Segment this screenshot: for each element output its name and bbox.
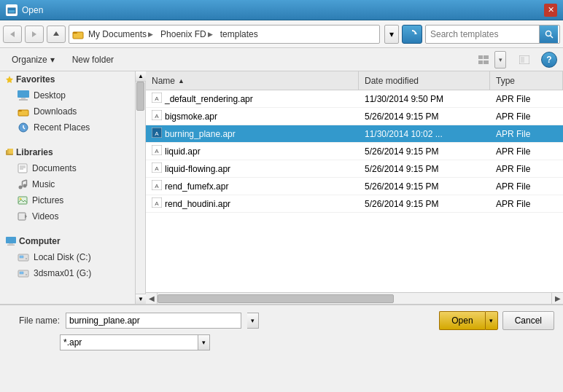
svg-rect-15 — [521, 57, 524, 63]
svg-text:A: A — [155, 95, 159, 102]
sidebar-group-libraries[interactable]: Libraries — [0, 144, 135, 160]
up-button[interactable] — [47, 26, 66, 43]
view-dropdown[interactable]: ▾ — [494, 51, 506, 68]
h-scroll-right[interactable]: ▶ — [551, 293, 563, 305]
sidebar-group-computer[interactable]: Computer — [0, 233, 135, 249]
search-input[interactable] — [426, 26, 539, 43]
organize-button[interactable]: Organize ▾ — [6, 51, 61, 68]
file-name-dropdown[interactable]: ▾ — [247, 313, 259, 329]
address-templates[interactable]: templates — [217, 28, 261, 41]
window-title: Open — [22, 5, 43, 15]
svg-rect-13 — [484, 60, 489, 64]
svg-rect-39 — [6, 237, 16, 243]
svg-point-47 — [26, 274, 27, 275]
file-name-cell: A bigsmoke.apr — [146, 110, 359, 122]
title-bar: Open ✕ — [0, 0, 563, 20]
sidebar-group-favorites[interactable]: Favorites — [0, 71, 135, 87]
scroll-thumb[interactable] — [136, 82, 144, 111]
sidebar-item-videos[interactable]: Videos — [0, 208, 135, 224]
show-preview-button[interactable] — [515, 51, 534, 68]
h-scroll-thumb[interactable] — [158, 294, 394, 303]
file-type-cell: APR File — [490, 164, 563, 174]
back-button[interactable] — [3, 26, 22, 43]
file-date: 5/26/2014 9:15 PM — [365, 164, 438, 174]
svg-text:A: A — [155, 130, 159, 137]
file-type-input[interactable] — [60, 334, 198, 350]
col-header-type[interactable]: Type — [490, 71, 563, 90]
toolbar: Organize ▾ New folder ▾ ? — [0, 48, 563, 71]
sort-indicator: ▲ — [178, 77, 185, 85]
table-row[interactable]: A bigsmoke.apr 5/26/2014 9:15 PM APR Fil… — [146, 108, 563, 125]
address-my-documents[interactable]: My Documents ▶ — [85, 28, 156, 41]
file-date-cell: 11/30/2014 9:50 PM — [359, 94, 490, 104]
address-bar: My Documents ▶ Phoenix FD ▶ templates — [69, 25, 380, 44]
file-icon: A — [152, 197, 162, 210]
close-button[interactable]: ✕ — [544, 4, 557, 17]
help-button[interactable]: ? — [541, 52, 557, 68]
svg-rect-35 — [18, 197, 27, 204]
table-row[interactable]: A liquid-flowing.apr 5/26/2014 9:15 PM A… — [146, 160, 563, 178]
scroll-down-arrow[interactable]: ▼ — [136, 294, 146, 304]
file-type: APR File — [496, 199, 530, 209]
address-phoenix-fd[interactable]: Phoenix FD ▶ — [158, 28, 216, 41]
file-name-cell: A liquid.apr — [146, 145, 359, 157]
svg-rect-18 — [21, 98, 26, 99]
sidebar-section-favorites: Favorites Desktop Downloads Recent Place… — [0, 71, 135, 136]
action-buttons: Open ▾ Cancel — [439, 311, 554, 330]
svg-rect-6 — [73, 32, 77, 34]
scroll-up-arrow[interactable]: ▲ — [136, 71, 146, 82]
file-type-row: ▾ — [9, 334, 554, 350]
svg-text:A: A — [155, 113, 159, 119]
svg-marker-2 — [10, 31, 15, 37]
file-name: rend_houdini.apr — [165, 199, 230, 209]
file-icon: A — [152, 145, 162, 157]
file-icon: A — [152, 162, 162, 175]
sidebar-item-documents[interactable]: Documents — [0, 160, 135, 176]
file-icon: A — [152, 110, 162, 122]
file-date: 5/26/2014 9:15 PM — [365, 146, 438, 157]
table-row[interactable]: A _default_rendering.apr 11/30/2014 9:50… — [146, 90, 563, 108]
file-name-cell: A liquid-flowing.apr — [146, 162, 359, 175]
svg-line-9 — [550, 35, 553, 38]
new-folder-button[interactable]: New folder — [66, 51, 120, 68]
col-header-date[interactable]: Date modified — [359, 71, 490, 90]
sidebar-item-desktop[interactable]: Desktop — [0, 87, 135, 103]
table-row[interactable]: A liquid.apr 5/26/2014 9:15 PM APR File — [146, 143, 563, 160]
h-scroll-track[interactable] — [158, 293, 551, 304]
svg-rect-41 — [7, 245, 15, 246]
open-dropdown[interactable]: ▾ — [485, 311, 498, 330]
sidebar-item-3dsmax[interactable]: 3dsmax01 (G:) — [0, 265, 135, 281]
file-name-label: File name: — [9, 315, 60, 326]
cancel-button[interactable]: Cancel — [502, 311, 554, 330]
file-type: APR File — [496, 111, 530, 122]
sidebar-item-pictures[interactable]: Pictures — [0, 192, 135, 208]
file-type-dropdown[interactable]: ▾ — [198, 334, 210, 350]
table-row[interactable]: A rend_fumefx.apr 5/26/2014 9:15 PM APR … — [146, 178, 563, 195]
sidebar-item-music[interactable]: Music — [0, 176, 135, 192]
svg-rect-25 — [9, 149, 13, 154]
file-date-cell: 5/26/2014 9:15 PM — [359, 164, 490, 174]
sidebar-scrollbar[interactable]: ▲ ▼ — [135, 71, 145, 304]
refresh-button[interactable] — [402, 25, 422, 44]
address-dropdown[interactable]: ▾ — [384, 25, 399, 44]
h-scroll-left[interactable]: ◀ — [146, 293, 158, 305]
open-button[interactable]: Open — [439, 311, 484, 330]
open-button-group: Open ▾ — [439, 311, 497, 330]
svg-rect-11 — [484, 55, 489, 59]
sidebar-item-downloads[interactable]: Downloads — [0, 103, 135, 119]
forward-button[interactable] — [25, 26, 44, 43]
col-header-name[interactable]: Name ▲ — [146, 71, 359, 90]
sidebar-item-recent-places[interactable]: Recent Places — [0, 119, 135, 136]
table-row[interactable]: A rend_houdini.apr 5/26/2014 9:15 PM APR… — [146, 195, 563, 213]
file-date-cell: 11/30/2014 10:02 ... — [359, 129, 490, 139]
search-button[interactable] — [539, 26, 558, 43]
svg-rect-37 — [18, 213, 26, 220]
sidebar-item-local-disk[interactable]: Local Disk (C:) — [0, 249, 135, 265]
svg-text:A: A — [155, 183, 159, 189]
file-name-input[interactable] — [66, 313, 241, 329]
sidebar: Favorites Desktop Downloads Recent Place… — [0, 71, 146, 304]
file-area: Name ▲ Date modified Type A _default_ren… — [146, 71, 563, 304]
view-list-button[interactable] — [474, 51, 493, 68]
svg-rect-26 — [18, 164, 27, 173]
table-row[interactable]: A burning_plane.apr 11/30/2014 10:02 ...… — [146, 125, 563, 143]
